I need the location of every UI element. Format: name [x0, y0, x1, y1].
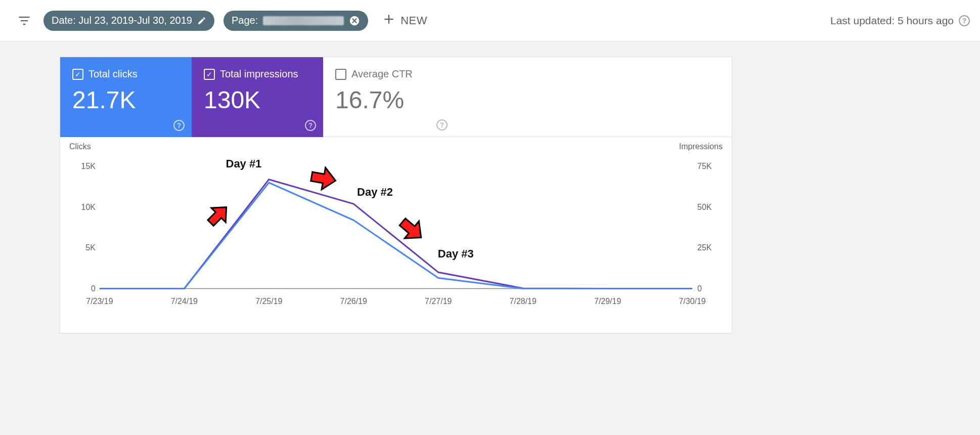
checkbox-checked-icon: ✓	[72, 69, 83, 80]
y-left-title: Clicks	[69, 142, 91, 151]
x-tick: 7/28/19	[510, 297, 537, 306]
series-impressions-line	[100, 180, 692, 289]
y-right-tick: 50K	[697, 203, 712, 211]
y-left-tick: 5K	[85, 243, 96, 252]
add-filter-label: NEW	[400, 14, 427, 27]
x-tick: 7/29/19	[594, 297, 621, 306]
x-tick: 7/24/19	[171, 297, 198, 306]
annotation-arrow-icon	[309, 165, 337, 192]
date-filter-chip[interactable]: Date: Jul 23, 2019-Jul 30, 2019	[43, 11, 214, 31]
metric-tile-impressions[interactable]: ✓ Total impressions 130K ?	[192, 57, 323, 137]
help-icon[interactable]: ?	[436, 119, 448, 130]
metric-clicks-label: Total clicks	[88, 68, 138, 80]
annotation-day2-label: Day #2	[357, 186, 393, 198]
metric-clicks-value: 21.7K	[72, 86, 180, 114]
metric-row: ✓ Total clicks 21.7K ? ✓ Total impressio…	[60, 57, 732, 137]
metric-impressions-value: 130K	[204, 86, 311, 114]
y-right-tick: 75K	[697, 162, 712, 170]
filter-bar: Date: Jul 23, 2019-Jul 30, 2019 Page: NE…	[0, 0, 980, 41]
x-tick: 7/27/19	[425, 297, 452, 306]
performance-card: ✓ Total clicks 21.7K ? ✓ Total impressio…	[60, 57, 732, 333]
metric-tile-clicks[interactable]: ✓ Total clicks 21.7K ?	[60, 57, 192, 137]
annotation-day3-label: Day #3	[438, 247, 474, 260]
x-tick: 7/30/19	[679, 297, 705, 306]
date-filter-label: Date: Jul 23, 2019-Jul 30, 2019	[52, 15, 192, 26]
close-icon[interactable]	[349, 15, 360, 26]
checkbox-unchecked-icon	[335, 69, 346, 80]
annotation-arrow-icon	[203, 200, 233, 230]
x-tick: 7/23/19	[86, 297, 113, 306]
last-updated: Last updated: 5 hours ago ?	[830, 15, 970, 27]
help-icon[interactable]: ?	[959, 15, 970, 26]
y-right-title: Impressions	[679, 142, 723, 151]
series-clicks-line	[100, 183, 692, 288]
chart-svg: 15K 10K 5K 0 75K 50K 25K 0 7/23/19 7/24/…	[69, 146, 723, 318]
pencil-icon[interactable]	[197, 16, 206, 25]
annotation-day1-label: Day #1	[226, 157, 262, 170]
page-filter-chip[interactable]: Page:	[224, 11, 368, 31]
y-left-tick: 15K	[81, 162, 96, 170]
y-left-tick: 0	[91, 284, 96, 293]
page-filter-value-redacted	[263, 16, 344, 25]
plus-icon	[382, 13, 395, 29]
y-left-tick: 10K	[81, 203, 96, 211]
x-tick: 7/26/19	[340, 297, 367, 306]
chart-area: Clicks Impressions 15K 10K 5K 0 75K 50K …	[60, 137, 732, 333]
last-updated-text: Last updated: 5 hours ago	[830, 15, 954, 27]
help-icon[interactable]: ?	[173, 120, 185, 131]
metric-ctr-value: 16.7%	[335, 86, 442, 114]
metric-ctr-label: Average CTR	[351, 68, 413, 80]
filter-icon[interactable]	[14, 11, 34, 31]
add-filter-button[interactable]: NEW	[377, 10, 432, 32]
x-tick: 7/25/19	[255, 297, 282, 306]
help-icon[interactable]: ?	[305, 120, 316, 131]
y-right-tick: 25K	[697, 243, 712, 252]
page-filter-prefix: Page:	[232, 15, 258, 26]
metric-tile-ctr[interactable]: Average CTR 16.7% ?	[323, 57, 455, 137]
metric-impressions-label: Total impressions	[220, 68, 298, 80]
checkbox-checked-icon: ✓	[204, 69, 215, 80]
y-right-tick: 0	[697, 284, 702, 293]
